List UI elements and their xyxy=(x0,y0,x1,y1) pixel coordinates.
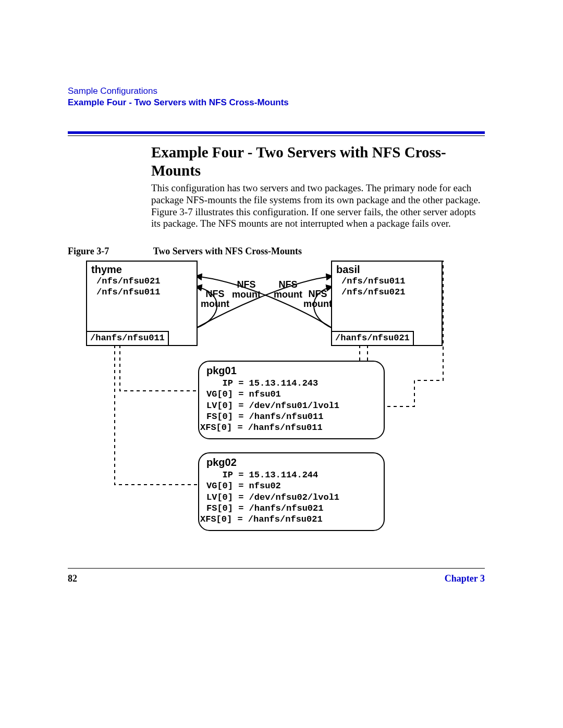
basil-path-1: /nfs/nfsu011 xyxy=(332,276,442,287)
page-title: Example Four - Two Servers with NFS Cros… xyxy=(151,143,485,180)
pkg01-xfs: XFS[0] = /hanfs/nfsu011 xyxy=(200,422,378,433)
thyme-path-2: /nfs/nfsu011 xyxy=(87,287,197,298)
pkg01-box: pkg01 IP = 15.13.114.243 VG[0] = nfsu01 … xyxy=(198,361,385,439)
server-thyme-title: thyme xyxy=(87,262,197,276)
basil-hanfs: /hanfs/nfsu021 xyxy=(331,331,414,346)
running-header: Sample Configurations Example Four - Two… xyxy=(68,86,289,108)
header-rule xyxy=(68,131,485,134)
pkg02-box: pkg02 IP = 15.13.114.244 VG[0] = nfsu02 … xyxy=(198,452,385,531)
thyme-path-1: /nfs/nfsu021 xyxy=(87,276,197,287)
nfs-mount-label-2: NFSmount xyxy=(232,280,261,300)
pkg02-ip: IP = 15.13.114.244 xyxy=(206,470,378,480)
pkg02-xfs: XFS[0] = /hanfs/nfsu021 xyxy=(200,514,378,525)
header-subtitle: Example Four - Two Servers with NFS Cros… xyxy=(68,97,289,108)
pkg01-fs: FS[0] = /hanfs/nfsu011 xyxy=(206,411,378,422)
pkg02-title: pkg02 xyxy=(206,456,378,468)
server-basil: basil /nfs/nfsu011 /nfs/nfsu021 /hanfs/n… xyxy=(331,261,443,346)
pkg02-lv: LV[0] = /dev/nfsu02/lvol1 xyxy=(206,492,378,503)
nfs-mount-label-3: NFSmount xyxy=(274,280,302,300)
server-basil-title: basil xyxy=(332,262,442,276)
footer-rule xyxy=(68,568,485,569)
nfs-mount-label-1: NFSmount xyxy=(201,289,229,309)
page: Sample Configurations Example Four - Two… xyxy=(0,0,563,728)
nfs-mount-label-4: NFSmount xyxy=(303,289,332,309)
footer: 82 Chapter 3 xyxy=(68,573,485,584)
pkg01-title: pkg01 xyxy=(206,365,378,377)
pkg02-fs: FS[0] = /hanfs/nfsu021 xyxy=(206,503,378,514)
header-section-name: Sample Configurations xyxy=(68,86,289,96)
basil-path-2: /nfs/nfsu021 xyxy=(332,287,442,298)
pkg01-lv: LV[0] = /dev/nfsu01/lvol1 xyxy=(206,400,378,411)
server-thyme: thyme /nfs/nfsu021 /nfs/nfsu011 /hanfs/n… xyxy=(86,261,198,346)
diagram: thyme /nfs/nfsu021 /nfs/nfsu011 /hanfs/n… xyxy=(68,250,485,568)
chapter-link[interactable]: Chapter 3 xyxy=(445,573,485,584)
pkg01-ip: IP = 15.13.114.243 xyxy=(206,378,378,389)
page-number: 82 xyxy=(68,573,77,584)
thyme-hanfs: /hanfs/nfsu011 xyxy=(86,331,169,346)
body-paragraph: This configuration has two servers and t… xyxy=(151,182,485,230)
pkg02-vg: VG[0] = nfsu02 xyxy=(206,480,378,491)
pkg01-vg: VG[0] = nfsu01 xyxy=(206,389,378,400)
